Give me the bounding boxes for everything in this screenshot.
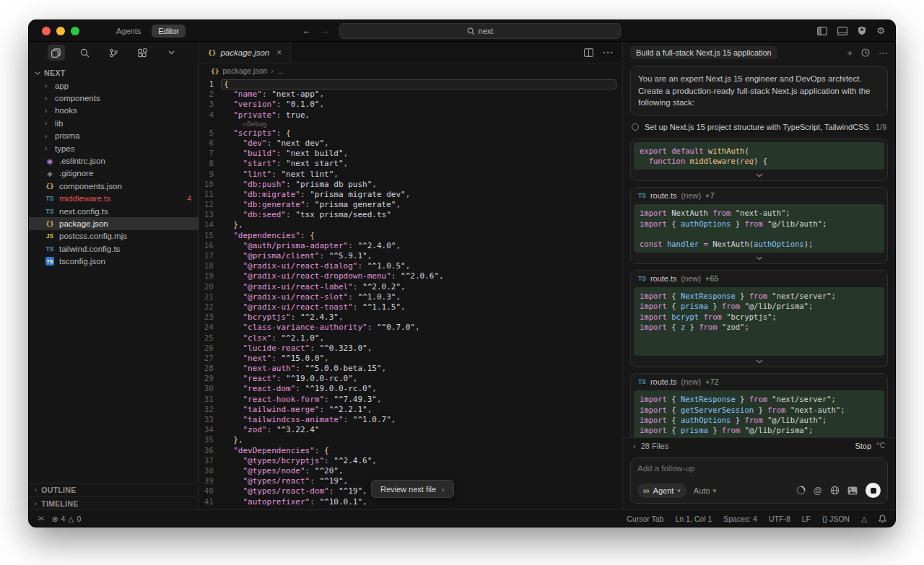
diff-block-header[interactable]: TSroute.ts(new)+72: [631, 374, 887, 388]
diff-block-1[interactable]: export default withAuth( function middle…: [630, 139, 888, 181]
code-line-20[interactable]: 20 "@radix-ui/react-label": "^2.0.2",: [199, 282, 622, 292]
code-line-32[interactable]: 32 "tailwind-merge": "^2.2.1",: [199, 405, 622, 415]
back-arrow[interactable]: ←: [302, 25, 311, 36]
tree-folder-prisma[interactable]: ›prisma: [29, 130, 199, 142]
tab-package-json[interactable]: {} package.json ×: [199, 42, 291, 63]
tree-file-middleware-ts[interactable]: TSmiddleware.ts4: [29, 193, 199, 205]
code-line-1[interactable]: 1{: [199, 79, 622, 89]
codelens-debug[interactable]: ▷Debug: [199, 121, 622, 128]
tree-file-tsconfig-json[interactable]: TStsconfig.json: [29, 255, 199, 267]
status-item-lf[interactable]: LF: [802, 514, 811, 523]
close-button[interactable]: [42, 27, 51, 35]
code-line-7[interactable]: 7 "build": "next build",: [199, 149, 622, 159]
tree-folder-lib[interactable]: ›lib: [29, 117, 199, 129]
code-line-37[interactable]: 37 "@types/bcryptjs": "^2.4.6",: [199, 456, 622, 466]
tree-folder-components[interactable]: ›components: [29, 92, 199, 104]
stop-button[interactable]: Stop: [855, 442, 871, 450]
extensions-icon[interactable]: [134, 45, 152, 61]
tree-file-tailwind-config-ts[interactable]: TStailwind.config.ts: [29, 242, 199, 255]
tree-folder-hooks[interactable]: ›hooks: [29, 105, 199, 117]
code-line-12[interactable]: 12 "db:generate": "prisma generate",: [199, 200, 622, 210]
globe-icon[interactable]: [830, 486, 840, 495]
code-line-36[interactable]: 36 "devDependencies": {: [199, 446, 622, 456]
code-line-21[interactable]: 21 "@radix-ui/react-slot": "^1.0.3",: [199, 292, 622, 302]
timeline-section[interactable]: ›TIMELINE: [29, 496, 199, 509]
status-item-cursor-tab[interactable]: Cursor Tab: [627, 514, 663, 523]
files-icon[interactable]: [48, 45, 65, 61]
code-line-33[interactable]: 33 "tailwindcss-animate": "^1.0.7",: [199, 415, 622, 425]
code-line-4[interactable]: 4 "private": true,: [199, 110, 622, 121]
followup-input[interactable]: Add a follow-up: [637, 464, 881, 478]
more-ellipsis-icon[interactable]: ⋯: [602, 45, 614, 59]
expand-chevron-icon[interactable]: [631, 253, 887, 263]
minimize-button[interactable]: [56, 27, 65, 35]
expand-chevron-icon[interactable]: [631, 356, 887, 367]
bell-icon[interactable]: [879, 514, 886, 523]
tree-file-package-json[interactable]: {}package.json: [29, 217, 199, 229]
more-ellipsis-icon[interactable]: ⋯: [879, 48, 888, 58]
code-line-8[interactable]: 8 "start": "next start",: [199, 159, 622, 169]
image-icon[interactable]: [847, 486, 858, 495]
tree-file-components-json[interactable]: {}components.json: [29, 180, 199, 192]
split-editor-icon[interactable]: [584, 48, 593, 57]
review-next-file-button[interactable]: Review next file ›: [371, 480, 454, 498]
code-line-30[interactable]: 30 "react-dom": "^19.0.0-rc.0",: [199, 384, 622, 394]
layout-sidebar-icon[interactable]: [817, 27, 827, 35]
code-line-38[interactable]: 38 "@types/node": "^20",: [199, 466, 622, 476]
global-search-input[interactable]: next: [339, 23, 621, 39]
close-icon[interactable]: ×: [276, 48, 282, 58]
status-item-ln-1-col-1[interactable]: Ln 1, Col 1: [675, 514, 712, 523]
tree-file--eslintrc-json[interactable]: ◉.eslintrc.json: [29, 154, 199, 167]
zoom-button[interactable]: [71, 27, 79, 35]
code-line-19[interactable]: 19 "@radix-ui/react-dropdown-menu": "^2.…: [199, 271, 622, 281]
chat-title[interactable]: Build a full-stack Next.js 15 applicatio…: [630, 46, 777, 59]
code-line-6[interactable]: 6 "dev": "next dev",: [199, 139, 622, 149]
chevron-down-icon[interactable]: [163, 45, 180, 61]
code-line-5[interactable]: 5 "scripts": {: [199, 128, 622, 139]
tab-editor[interactable]: Editor: [152, 25, 186, 38]
model-select[interactable]: Auto ▾: [694, 486, 716, 495]
tree-folder-types[interactable]: ›types: [29, 142, 199, 154]
outline-section[interactable]: ›OUTLINE: [29, 483, 199, 496]
todo-item[interactable]: Set up Next.js 15 project structure with…: [630, 121, 888, 133]
forward-arrow[interactable]: →: [320, 25, 329, 36]
tree-root-next[interactable]: NEXT: [29, 66, 199, 79]
remote-indicator-icon[interactable]: ><: [38, 514, 43, 522]
at-mention-icon[interactable]: @: [814, 486, 822, 496]
diff-block-header[interactable]: TSroute.ts(new)+65: [631, 271, 887, 285]
code-line-2[interactable]: 2 "name": "next-app",: [199, 89, 622, 100]
code-editor[interactable]: 1{2 "name": "next-app",3 "version": "0.1…: [199, 78, 622, 509]
stop-send-button[interactable]: [866, 483, 881, 498]
plus-icon[interactable]: +: [847, 48, 853, 58]
code-line-3[interactable]: 3 "version": "0.1.0",: [199, 100, 622, 110]
code-line-26[interactable]: 26 "lucide-react": "^0.323.0",: [199, 343, 622, 354]
files-expander[interactable]: › 28 Files Stop ^C: [623, 437, 895, 453]
source-control-icon[interactable]: [105, 45, 123, 61]
code-line-29[interactable]: 29 "react": "^19.0.0-rc.0",: [199, 374, 622, 384]
code-line-18[interactable]: 18 "@radix-ui/react-dialog": "^1.0.5",: [199, 261, 622, 271]
shield-icon[interactable]: [858, 26, 866, 35]
code-line-31[interactable]: 31 "react-hook-form": "^7.49.3",: [199, 395, 622, 405]
search-icon[interactable]: [77, 45, 94, 61]
status-item--json[interactable]: {} JSON: [822, 514, 850, 523]
code-line-14[interactable]: 14 },: [199, 220, 622, 230]
code-line-9[interactable]: 9 "lint": "next lint",: [199, 170, 622, 180]
tab-agents[interactable]: Agents: [110, 25, 147, 38]
code-line-28[interactable]: 28 "next-auth": "^5.0.0-beta.15",: [199, 364, 622, 374]
tree-file-next-config-ts[interactable]: TSnext.config.ts: [29, 205, 199, 217]
warning-triangle-icon[interactable]: △: [861, 514, 867, 523]
code-line-22[interactable]: 22 "@radix-ui/react-toast": "^1.1.5",: [199, 302, 622, 312]
diff-block-header[interactable]: TSroute.ts(new)+7: [631, 188, 887, 202]
breadcrumb[interactable]: {} package.json › ...: [199, 63, 622, 78]
diff-block-3[interactable]: TSroute.ts(new)+65import { NextResponse …: [630, 270, 888, 367]
code-line-11[interactable]: 11 "db:migrate": "prisma migrate dev",: [199, 190, 622, 200]
code-line-25[interactable]: 25 "clsx": "^2.1.0",: [199, 333, 622, 343]
diff-block-2[interactable]: TSroute.ts(new)+7import NextAuth from "n…: [630, 187, 888, 264]
code-line-10[interactable]: 10 "db:push": "prisma db push",: [199, 180, 622, 190]
diff-block-4[interactable]: TSroute.ts(new)+72import { NextResponse …: [630, 373, 888, 437]
expand-chevron-icon[interactable]: [631, 170, 887, 180]
code-line-34[interactable]: 34 "zod": "^3.22.4": [199, 425, 622, 435]
tree-file--gitignore[interactable]: ◈.gitignore: [29, 167, 199, 180]
code-line-16[interactable]: 16 "@auth/prisma-adapter": "^2.4.0",: [199, 241, 622, 251]
tree-folder-app[interactable]: ›app: [29, 79, 199, 92]
